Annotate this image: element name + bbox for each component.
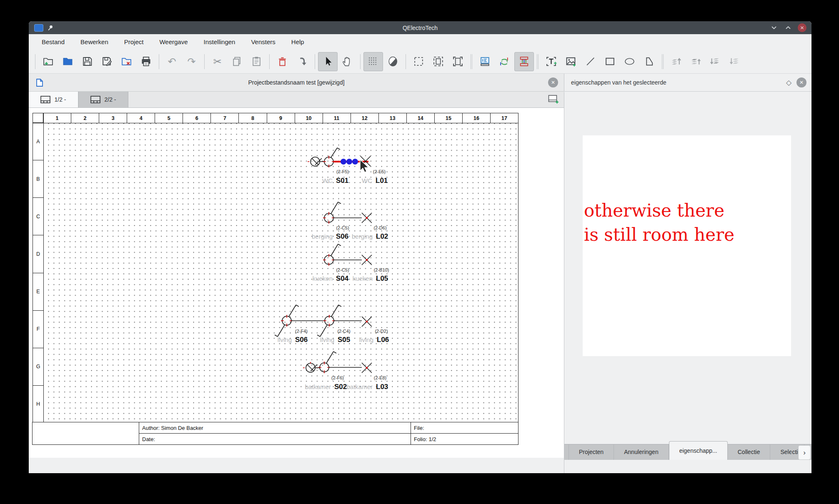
close-icon: ✕ — [800, 25, 804, 31]
close-project-tab-button[interactable]: ✕ — [548, 77, 558, 87]
column-label: 14 — [406, 113, 435, 123]
folio-tab-2[interactable]: 2/2 - — [78, 92, 128, 107]
menu-bewerken[interactable]: Bewerken — [73, 34, 116, 50]
save-as-button[interactable] — [97, 52, 117, 71]
row-label: A — [33, 122, 44, 160]
tabs-scroll-left-button[interactable]: ‹ — [785, 445, 797, 459]
bring-forward-button[interactable] — [666, 52, 686, 71]
add-polygon-button[interactable] — [639, 52, 659, 71]
copy-icon — [231, 56, 243, 67]
delete-button[interactable] — [273, 52, 292, 71]
paste-button[interactable] — [247, 52, 266, 71]
separator — [315, 54, 315, 69]
properties-panel: otherwise there is still room here — [583, 135, 791, 356]
tab-annuleringen[interactable]: Annuleringen — [614, 444, 669, 460]
save-button[interactable] — [78, 52, 97, 71]
menu-help[interactable]: Help — [283, 34, 312, 50]
menu-bestand[interactable]: Bestand — [34, 34, 73, 50]
zoom-content-icon — [433, 56, 444, 67]
titleblock-author: Author: Simon De Backer — [139, 422, 411, 434]
project-tab[interactable]: Projectbestandsnaam test [gewijzigd] ✕ — [29, 74, 564, 92]
folio-page[interactable]: 1 2 3 4 5 6 7 8 9 10 11 12 13 14 15 16 1… — [33, 113, 518, 445]
menu-project[interactable]: Project — [116, 34, 152, 50]
new-folder-icon — [43, 56, 54, 67]
annotation-line-1: otherwise there — [584, 199, 791, 223]
ellipse-icon — [624, 56, 635, 67]
open-project-button[interactable] — [58, 52, 78, 71]
folio-tab-1[interactable]: 1/2 - — [29, 92, 78, 107]
menu-weergave[interactable]: Weergave — [151, 34, 195, 50]
pan-tool-button[interactable] — [338, 52, 357, 71]
float-dock-icon[interactable]: ◇ — [786, 78, 791, 87]
column-label: 12 — [351, 113, 379, 123]
shade-button[interactable] — [769, 23, 779, 32]
folio-icon — [90, 96, 100, 103]
conductor-rotate-button[interactable] — [495, 52, 514, 71]
undo-button[interactable]: ↶ — [162, 52, 182, 71]
add-image-button[interactable] — [561, 52, 581, 71]
polygon-icon — [644, 56, 655, 67]
print-icon — [140, 56, 152, 67]
drawing-area[interactable]: 1 2 3 4 5 6 7 8 9 10 11 12 13 14 15 16 1… — [29, 108, 564, 458]
column-label: 10 — [295, 113, 323, 123]
zoom-area-button[interactable] — [409, 52, 428, 71]
add-ellipse-button[interactable] — [620, 52, 639, 71]
send-backward-icon — [729, 56, 741, 67]
maximize-button[interactable] — [784, 23, 793, 32]
zoom-fit-button[interactable] — [448, 52, 468, 71]
new-project-button[interactable] — [38, 52, 58, 71]
titleblock-folio: Folio: 1/2 — [411, 433, 518, 445]
toolbar-handle — [35, 54, 35, 69]
copy-button[interactable] — [227, 52, 247, 71]
tab-projecten[interactable]: Projecten — [569, 444, 614, 460]
menu-instellingen[interactable]: Instellingen — [196, 34, 243, 50]
column-label: 7 — [210, 113, 239, 123]
add-image-icon — [565, 56, 576, 67]
tabs-scroll-right-button[interactable]: › — [798, 445, 811, 460]
add-text-button[interactable] — [541, 52, 561, 71]
open-folder-icon — [62, 56, 73, 67]
column-label: 9 — [267, 113, 295, 123]
add-rectangle-button[interactable] — [600, 52, 620, 71]
close-project-button[interactable] — [117, 52, 136, 71]
rotate-icon — [296, 56, 308, 67]
separator — [269, 54, 270, 69]
menu-vensters[interactable]: Vensters — [243, 34, 283, 50]
raise-button[interactable] — [686, 52, 706, 71]
row-label: H — [33, 385, 44, 423]
select-tool-button[interactable] — [318, 52, 338, 71]
print-button[interactable] — [136, 52, 156, 71]
tab-collectie[interactable]: Collectie — [728, 444, 771, 460]
paste-icon — [251, 56, 262, 67]
send-backward-button[interactable] — [725, 52, 745, 71]
cut-button[interactable]: ✂ — [208, 52, 227, 71]
separator — [537, 54, 537, 69]
lower-button[interactable] — [706, 52, 725, 71]
zoom-fit-icon — [452, 56, 463, 67]
close-window-button[interactable]: ✕ — [798, 23, 806, 32]
dock-tab-bar: Projecten Annuleringen eigenschapp... Co… — [564, 444, 811, 460]
grid-toggle-button[interactable] — [363, 52, 383, 71]
row-label: C — [33, 197, 44, 235]
terminal-strip-button[interactable] — [514, 52, 534, 71]
tab-eigenschappen[interactable]: eigenschapp... — [669, 441, 728, 460]
lower-icon — [710, 56, 721, 67]
add-folio-button[interactable] — [548, 94, 559, 104]
antialiasing-button[interactable] — [383, 52, 403, 71]
schematic-canvas[interactable] — [43, 123, 518, 423]
save-icon — [82, 56, 93, 67]
row-label: B — [33, 160, 44, 198]
row-label: D — [33, 235, 44, 273]
folio-properties-button[interactable] — [475, 52, 495, 71]
redo-button[interactable]: ↷ — [182, 52, 201, 71]
row-label: E — [33, 273, 44, 311]
rotate-element-button[interactable] — [292, 52, 312, 71]
terminal-strip-icon — [518, 56, 530, 67]
dock-header-title: eigenschappen van het geslecteerde — [571, 79, 666, 86]
add-line-button[interactable] — [581, 52, 600, 71]
close-dock-button[interactable]: ✕ — [796, 77, 806, 87]
column-label: 8 — [238, 113, 267, 123]
folio-tab-label: 2/2 - — [104, 96, 116, 103]
zoom-content-button[interactable] — [428, 52, 448, 71]
pin-icon[interactable] — [47, 25, 54, 31]
